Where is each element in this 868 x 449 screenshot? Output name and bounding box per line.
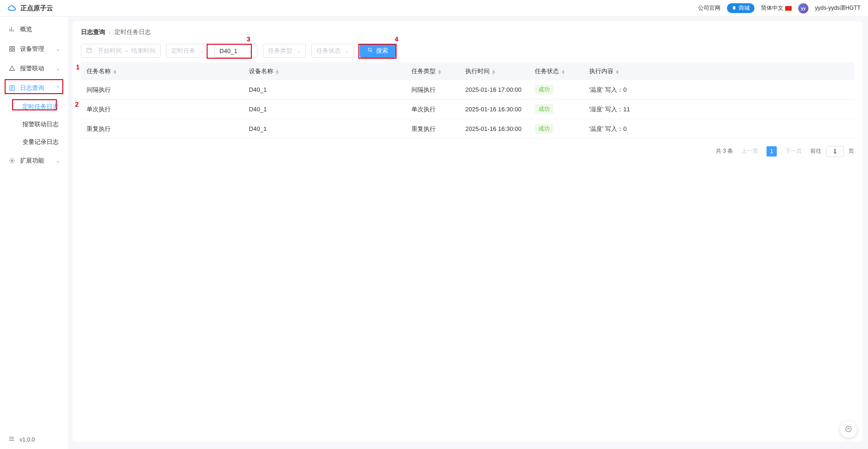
search-button[interactable]: 搜索 bbox=[360, 44, 396, 58]
device-select[interactable]: D40_1 ⌄ bbox=[215, 44, 257, 58]
annotation-3: 3 bbox=[247, 35, 250, 43]
cell-time: 2025-01-16 16:30:00 bbox=[460, 100, 529, 119]
start-placeholder: 开始时间 bbox=[98, 47, 122, 55]
sort-icon: ▲▼ bbox=[437, 69, 442, 74]
sidebar-sub-timed-log[interactable]: 定时任务日志 bbox=[0, 98, 68, 116]
cell-content: '温度' 写入：0 bbox=[584, 80, 854, 100]
breadcrumb-sep: › bbox=[109, 29, 111, 36]
table-body: 间隔执行 D40_1 间隔执行 2025-01-16 17:00:00 成功 '… bbox=[81, 80, 854, 139]
sidebar-item-extend[interactable]: 扩展功能 ⌄ bbox=[0, 151, 68, 170]
header-right: 公司官网 商城 简体中文 yy yyds-yyds谓HGTT bbox=[698, 3, 861, 14]
mall-label: 商城 bbox=[739, 4, 750, 12]
sidebar-item-device[interactable]: 设备管理 ⌄ bbox=[0, 39, 68, 59]
col-type[interactable]: 任务类型▲▼ bbox=[406, 62, 460, 80]
svg-point-5 bbox=[11, 160, 13, 162]
app-header: 正点原子云 公司官网 商城 简体中文 yy yyds-yyds谓HGTT bbox=[0, 0, 868, 17]
sidebar-sub-var-log[interactable]: 变量记录日志 bbox=[0, 133, 68, 151]
status-select[interactable]: 任务状态 ⌄ bbox=[311, 44, 354, 58]
page-goto-input[interactable] bbox=[826, 146, 844, 157]
search-label: 搜索 bbox=[376, 47, 388, 55]
company-link[interactable]: 公司官网 bbox=[698, 4, 720, 12]
table-row: 单次执行 D40_1 单次执行 2025-01-16 16:30:00 成功 '… bbox=[81, 100, 854, 119]
task-select[interactable]: 定时任务 ⌄ bbox=[166, 44, 209, 58]
page-goto-label: 前往 bbox=[810, 147, 821, 155]
table-row: 间隔执行 D40_1 间隔执行 2025-01-16 17:00:00 成功 '… bbox=[81, 80, 854, 100]
col-task-name[interactable]: 任务名称▲▼ bbox=[81, 62, 243, 80]
page-next[interactable]: 下一页 bbox=[781, 145, 806, 157]
table-header: 任务名称▲▼ 设备名称▲▼ 任务类型▲▼ 执行时间▲▼ 任务状态▲▼ 执行内容▲… bbox=[81, 62, 854, 80]
device-select-value: D40_1 bbox=[220, 48, 237, 54]
main-content: 日志查询 › 定时任务日志 3 4 开始时间 ~ 结束时间 bbox=[69, 17, 868, 449]
sidebar-footer: v1.0.0 bbox=[0, 430, 68, 449]
svg-rect-0 bbox=[9, 47, 11, 48]
cell-name: 单次执行 bbox=[81, 100, 243, 119]
status-badge: 成功 bbox=[535, 124, 553, 134]
col-time[interactable]: 执行时间▲▼ bbox=[460, 62, 529, 80]
sidebar-sub-alarm-log[interactable]: 报警联动日志 bbox=[0, 116, 68, 133]
chevron-up-icon: ⌃ bbox=[56, 85, 60, 91]
cell-content: '湿度' 写入：11 bbox=[584, 100, 854, 119]
svg-rect-3 bbox=[13, 49, 14, 51]
cell-device: D40_1 bbox=[243, 100, 406, 119]
end-placeholder: 结束时间 bbox=[131, 47, 155, 55]
mall-badge[interactable]: 商城 bbox=[727, 3, 754, 13]
cell-name: 间隔执行 bbox=[81, 80, 243, 100]
bar-chart-icon bbox=[8, 26, 15, 33]
cell-status: 成功 bbox=[529, 80, 583, 100]
language-label: 简体中文 bbox=[761, 4, 783, 12]
grid-icon bbox=[8, 46, 15, 53]
chevron-down-icon: ⌄ bbox=[56, 46, 60, 52]
svg-point-7 bbox=[368, 48, 371, 51]
sidebar-item-label: 报警联动 bbox=[20, 64, 44, 73]
pagination: 共 3 条 上一页 1 下一页 前往 页 bbox=[81, 145, 854, 157]
username: yyds-yyds谓HGTT bbox=[815, 4, 861, 12]
cloud-logo-icon bbox=[7, 4, 17, 13]
avatar[interactable]: yy bbox=[798, 3, 808, 14]
log-table: 任务名称▲▼ 设备名称▲▼ 任务类型▲▼ 执行时间▲▼ 任务状态▲▼ 执行内容▲… bbox=[81, 62, 854, 139]
type-select-placeholder: 任务类型 bbox=[268, 47, 292, 55]
cell-content: '温度' 写入：0 bbox=[584, 119, 854, 139]
cell-device: D40_1 bbox=[243, 119, 406, 139]
chevron-down-icon: ⌄ bbox=[297, 48, 301, 54]
scroll-top-button[interactable] bbox=[840, 421, 857, 438]
log-icon bbox=[8, 85, 15, 92]
header-left: 正点原子云 bbox=[7, 4, 53, 13]
version-text: v1.0.0 bbox=[20, 436, 35, 443]
search-icon bbox=[367, 47, 373, 54]
sidebar-sub-label: 报警联动日志 bbox=[22, 121, 59, 128]
type-select[interactable]: 任务类型 ⌄ bbox=[263, 44, 306, 58]
sort-icon: ▲▼ bbox=[113, 69, 117, 74]
range-sep: ~ bbox=[125, 48, 128, 54]
cell-time: 2025-01-16 16:30:00 bbox=[460, 119, 529, 139]
language-selector[interactable]: 简体中文 bbox=[761, 4, 792, 12]
col-device[interactable]: 设备名称▲▼ bbox=[243, 62, 406, 80]
filter-bar: 开始时间 ~ 结束时间 定时任务 ⌄ D40_1 ⌄ 任务类型 ⌄ bbox=[81, 44, 854, 58]
col-status[interactable]: 任务状态▲▼ bbox=[529, 62, 583, 80]
sort-icon: ▲▼ bbox=[275, 69, 280, 74]
sidebar-item-logs[interactable]: 日志查询 ⌃ bbox=[0, 78, 68, 98]
annotation-4: 4 bbox=[395, 35, 398, 43]
status-select-placeholder: 任务状态 bbox=[316, 47, 341, 55]
col-content[interactable]: 执行内容▲▼ bbox=[584, 62, 854, 80]
sidebar-menu: 概览 设备管理 ⌄ 报警联动 ⌄ 1 bbox=[0, 17, 68, 430]
sort-icon: ▲▼ bbox=[615, 69, 620, 74]
sidebar-sub-label: 变量记录日志 bbox=[22, 138, 59, 145]
table-row: 重复执行 D40_1 重复执行 2025-01-16 16:30:00 成功 '… bbox=[81, 119, 854, 139]
breadcrumb: 日志查询 › 定时任务日志 bbox=[81, 28, 854, 36]
collapse-icon[interactable] bbox=[8, 435, 15, 443]
status-badge: 成功 bbox=[535, 85, 553, 95]
sidebar-item-overview[interactable]: 概览 bbox=[0, 20, 68, 39]
calendar-icon bbox=[86, 47, 92, 54]
sidebar-item-label: 概览 bbox=[20, 25, 32, 34]
alert-icon bbox=[8, 65, 15, 72]
page-total: 共 3 条 bbox=[716, 147, 733, 155]
sidebar-item-label: 设备管理 bbox=[20, 45, 44, 53]
breadcrumb-root[interactable]: 日志查询 bbox=[81, 28, 105, 36]
sidebar-submenu-logs: 定时任务日志 2 报警联动日志 变量记录日志 bbox=[0, 98, 68, 151]
cell-device: D40_1 bbox=[243, 80, 406, 100]
page-current[interactable]: 1 bbox=[767, 146, 777, 156]
page-prev[interactable]: 上一页 bbox=[738, 145, 762, 157]
date-range-picker[interactable]: 开始时间 ~ 结束时间 bbox=[81, 44, 161, 58]
sidebar-item-alarm[interactable]: 报警联动 ⌄ 1 bbox=[0, 59, 68, 78]
content-panel: 日志查询 › 定时任务日志 3 4 开始时间 ~ 结束时间 bbox=[73, 21, 862, 442]
